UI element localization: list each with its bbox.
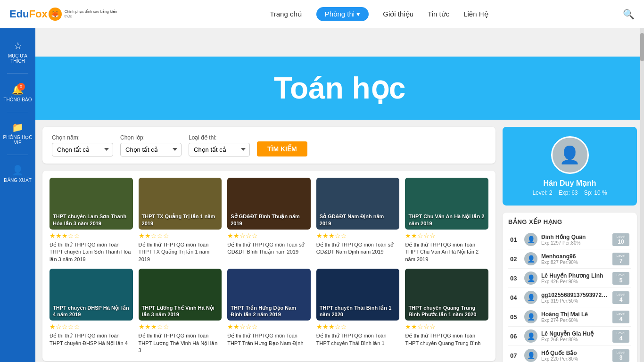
leaderboard-item-2[interactable]: 03 👤 Lê Huyền Phương Linh Exp:426 Per:90… [508, 269, 631, 288]
level-number: 5 [615, 277, 627, 284]
lb-info: Menhoang96 Exp:827 Per:90% [541, 253, 609, 265]
lb-exp: Exp:274 Per:60% [541, 318, 609, 323]
filter-year-select[interactable]: Chọn tất cả [52, 143, 113, 156]
nav-phong-thi[interactable]: Phòng thi ▾ [316, 7, 369, 21]
filter-bar: Chọn năm: Chọn tất cả Chọn lớp: Chọn tất… [42, 127, 495, 164]
lb-exp: Exp:426 Per:90% [541, 279, 609, 284]
exam-card-3[interactable]: Sở GD&ĐT Nam Định năm 2019 ★★★☆☆ Đề thi … [316, 178, 400, 263]
logo[interactable]: Edu Fox 🦊 Chinh phục đỉnh cao bằng kiến … [9, 8, 121, 21]
filter-year-group: Chọn năm: Chọn tất cả [52, 134, 113, 156]
sidebar-label-vip: PHÒNG HỌC VIP [2, 135, 33, 145]
filter-type-select[interactable]: Chọn tất cả [189, 143, 250, 156]
exam-card-7[interactable]: THPT Trần Hưng Đạo Nam Định lần 2 năm 20… [227, 269, 311, 354]
filter-year-label: Chọn năm: [52, 134, 113, 141]
sidebar-item-favorites[interactable]: ☆ MỤC ƯA THÍCH [0, 35, 35, 68]
nav-gioi-thieu[interactable]: Giới thiệu [383, 10, 413, 18]
exam-card-1[interactable]: THPT TX Quảng Trị lần 1 năm 2019 ★★☆☆☆ Đ… [139, 178, 222, 263]
lb-level-badge: Level 4 [612, 311, 629, 323]
exam-desc: Đề thi thử THPTQG môn Toán sở GD&ĐT Bình… [227, 241, 311, 256]
lb-exp: Exp:827 Per:90% [541, 260, 609, 265]
lb-exp: Exp:220 Per:80% [541, 356, 609, 362]
nav-trang-chu[interactable]: Trang chủ [270, 10, 302, 18]
lb-avatar: 👤 [524, 233, 537, 246]
search-button[interactable]: TÌM KIẾM [257, 141, 307, 156]
lb-rank: 06 [510, 333, 520, 340]
navbar: Edu Fox 🦊 Chinh phục đỉnh cao bằng kiến … [0, 0, 644, 28]
leaderboard-title: BẢNG XẾP HẠNG [508, 218, 631, 225]
exam-stars: ★★☆☆☆ [227, 323, 311, 330]
exam-card-4[interactable]: THPT Chu Văn An Hà Nội lần 2 năm 2019 ★★… [405, 178, 488, 263]
logo-fox-icon: 🦊 [49, 8, 62, 21]
lb-level-badge: Level 3 [612, 349, 629, 362]
exam-thumb-title: THPT Trần Hưng Đạo Nam Định lần 2 năm 20… [227, 302, 311, 321]
exam-thumb: THPT chuyên ĐHSP Hà Nội lần 4 năm 2019 [50, 269, 133, 321]
scrollbar-thumb[interactable] [640, 33, 644, 61]
exam-desc: Đề thi thử THPTQG môn Toán THPT Chu Văn … [405, 241, 488, 263]
filter-class-group: Chọn lớp: Chọn tất cả [120, 134, 182, 156]
lb-avatar: 👤 [524, 329, 537, 343]
sidebar-item-logout[interactable]: 👤 ĐĂNG XUẤT [0, 160, 35, 188]
lb-level-badge: Level 5 [612, 272, 629, 285]
exam-grid-inner: THPT chuyên Lam Sơn Thanh Hóa lần 3 năm … [50, 178, 488, 354]
lb-exp: Exp:1297 Per:80% [541, 240, 609, 246]
level-label: Level [615, 312, 627, 316]
leaderboard-item-1[interactable]: 02 👤 Menhoang96 Exp:827 Per:90% Level 7 [508, 249, 631, 269]
exam-thumb-title: THPT chuyên Thái Bình lần 1 năm 2020 [316, 302, 400, 321]
sidebar-item-notifications[interactable]: 0 🔔 THÔNG BÁO [0, 78, 35, 107]
exam-card-0[interactable]: THPT chuyên Lam Sơn Thanh Hóa lần 3 năm … [50, 178, 133, 263]
exam-stars: ★★☆☆☆ [139, 232, 222, 239]
profile-sp: Sp: 10 % [584, 189, 607, 196]
leaderboard-item-6[interactable]: 07 👤 Hồ Quốc Bảo Exp:220 Per:80% Level 3 [508, 346, 631, 362]
filter-type-group: Loại đề thi: Chọn tất cả [189, 134, 250, 156]
search-icon[interactable]: 🔍 [623, 8, 635, 20]
sidebar-label-notifications: THÔNG BÁO [3, 97, 32, 102]
exam-desc: Đề thi thử THPTQG môn Toán THPT chuyên L… [50, 241, 133, 263]
lb-name: Menhoang96 [541, 253, 609, 260]
lb-info: Hồ Quốc Bảo Exp:220 Per:80% [541, 350, 609, 362]
exam-card-6[interactable]: THPT Lương Thế Vinh Hà Nội lần 3 năm 201… [139, 269, 222, 354]
exam-card-9[interactable]: THPT chuyên Quang Trung Bình Phước lần 1… [405, 269, 488, 354]
level-label: Level [615, 350, 627, 354]
sidebar-divider-3 [7, 155, 28, 155]
filter-class-select[interactable]: Chọn tất cả [120, 143, 182, 156]
profile-avatar-area: 👤 Hán Duy Mạnh Level: 2 Exp: 63 Sp: 10 % [503, 127, 637, 206]
logo-tagline: Chinh phục đỉnh cao bằng kiến thức [65, 9, 121, 18]
leaderboard-item-3[interactable]: 04 👤 gg102556891375939727002 Exp:319 Per… [508, 288, 631, 307]
leaderboard-item-5[interactable]: 06 👤 Lê Nguyễn Gia Huệ Exp:268 Per:80% L… [508, 327, 631, 346]
nav-tin-tuc[interactable]: Tin tức [428, 10, 449, 18]
level-number: 7 [615, 258, 627, 264]
lb-exp: Exp:268 Per:80% [541, 337, 609, 342]
lb-rank: 05 [510, 313, 520, 321]
profile-level: Level: 2 [532, 189, 552, 196]
right-panel: 👤 Hán Duy Mạnh Level: 2 Exp: 63 Sp: 10 %… [503, 120, 644, 362]
left-panel: Chọn năm: Chọn tất cả Chọn lớp: Chọn tất… [35, 120, 503, 362]
level-number: 4 [615, 296, 627, 303]
exam-desc: Đề thi thử THPTQG môn Toán THPT chuyên T… [316, 332, 400, 347]
level-number: 10 [615, 239, 627, 245]
lb-level-badge: Level 4 [612, 330, 629, 343]
profile-stats: Level: 2 Exp: 63 Sp: 10 % [532, 189, 607, 196]
sidebar-item-vip[interactable]: 📁 PHÒNG HỌC VIP [0, 117, 35, 150]
exam-thumb: THPT TX Quảng Trị lần 1 năm 2019 [139, 178, 222, 230]
logo-text-edu: Edu [9, 8, 29, 20]
exam-card-2[interactable]: Sở GD&ĐT Bình Thuận năm 2019 ★★☆☆☆ Đề th… [227, 178, 311, 263]
sidebar: ☆ MỤC ƯA THÍCH 0 🔔 THÔNG BÁO 📁 PHÒNG HỌC… [0, 28, 35, 362]
level-label: Level [615, 234, 627, 239]
exam-card-8[interactable]: THPT chuyên Thái Bình lần 1 năm 2020 ★★★… [316, 269, 400, 354]
lb-rank: 07 [510, 352, 520, 359]
nav-lien-he[interactable]: Liên Hệ [463, 10, 488, 18]
filter-class-label: Chọn lớp: [120, 134, 182, 141]
level-label: Level [615, 331, 627, 335]
leaderboard-item-4[interactable]: 05 👤 Hoàng Thị Mai Lê Exp:274 Per:60% Le… [508, 307, 631, 327]
scrollbar[interactable] [640, 28, 644, 362]
leaderboard-list: 01 👤 Đinh Hồng Quân Exp:1297 Per:80% Lev… [508, 230, 631, 362]
leaderboard-item-0[interactable]: 01 👤 Đinh Hồng Quân Exp:1297 Per:80% Lev… [508, 230, 631, 249]
lb-avatar: 👤 [524, 310, 537, 323]
exam-thumb-title: THPT chuyên ĐHSP Hà Nội lần 4 năm 2019 [50, 302, 133, 321]
exam-stars: ★★☆☆☆ [227, 232, 311, 239]
exam-stars: ★★☆☆☆ [405, 323, 488, 330]
leaderboard-card: BẢNG XẾP HẠNG 01 👤 Đinh Hồng Quân Exp:12… [503, 213, 637, 362]
lb-info: gg102556891375939727002 Exp:319 Per:50% [541, 292, 609, 304]
sidebar-divider-2 [7, 112, 28, 112]
exam-card-5[interactable]: THPT chuyên ĐHSP Hà Nội lần 4 năm 2019 ★… [50, 269, 133, 354]
